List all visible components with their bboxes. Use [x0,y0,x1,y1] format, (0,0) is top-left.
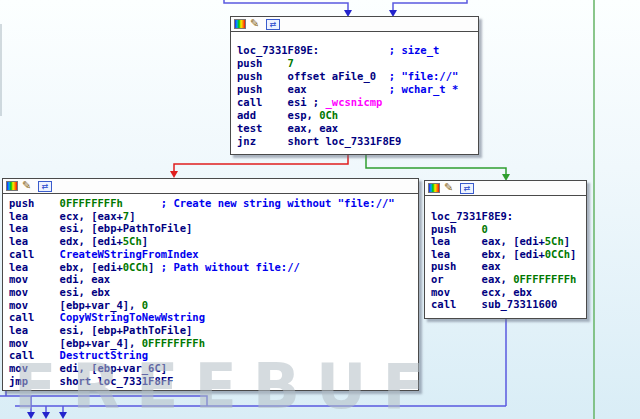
palette-icon[interactable] [234,19,246,29]
node-titlebar: ✎ ⇄ [425,181,586,196]
edge-jnz-true [366,154,506,174]
group-node-icon[interactable]: ⇄ [38,181,52,192]
edge-incoming-left [224,0,348,10]
ida-graph-view: ✎ ⇄ loc_7331F89E: ; size_tpush 7push off… [0,0,640,419]
edit-comment-icon[interactable]: ✎ [250,18,262,30]
basic-block-fallthrough[interactable]: ✎ ⇄ push 0FFFFFFFFh ; Create new string … [2,178,419,391]
group-node-icon[interactable]: ⇄ [460,183,474,194]
disassembly-listing: loc_7331F8E9:push 0lea eax, [edi+5Ch]lea… [425,196,586,311]
basic-block-loc_7331F8E9[interactable]: ✎ ⇄ loc_7331F8E9:push 0lea eax, [edi+5Ch… [424,180,587,319]
palette-icon[interactable] [6,181,18,191]
disassembly-listing: push 0FFFFFFFFh ; Create new string with… [3,194,418,388]
edge-out-arrowhead-3 [59,412,67,419]
disassembly-listing: loc_7331F89E: ; size_tpush 7push offset … [231,32,478,148]
edge-out-arrowhead-2 [42,412,50,419]
edge-jnz-false-arrowhead [170,171,178,178]
edit-comment-icon[interactable]: ✎ [22,180,34,192]
node-titlebar: ✎ ⇄ [3,179,418,194]
edit-comment-icon[interactable]: ✎ [444,182,456,194]
node-titlebar: ✎ ⇄ [231,17,478,32]
edge-jnz-false [174,154,348,171]
basic-block-loc_7331F89E[interactable]: ✎ ⇄ loc_7331F89E: ; size_tpush 7push off… [230,16,479,155]
palette-icon[interactable] [428,183,440,193]
edge-incoming-right [393,0,467,10]
group-node-icon[interactable]: ⇄ [266,19,280,30]
edge-out-arrowhead-1 [27,412,35,419]
